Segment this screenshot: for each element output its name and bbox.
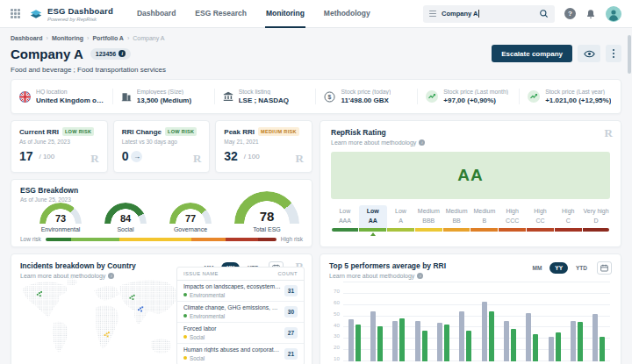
incident-cluster-eastern-europe[interactable] [133, 295, 135, 296]
bar-gray[interactable] [549, 337, 554, 361]
tab-monitoring[interactable]: Monitoring [265, 0, 305, 28]
bar-gray[interactable] [592, 314, 598, 361]
issue-row[interactable]: Climate change, GHG emissions, and gl...… [177, 302, 304, 323]
breadcrumb-item-portfolio-a[interactable]: Portfolio A [92, 35, 124, 41]
incident-cluster-north-america[interactable] [40, 291, 42, 293]
issue-row[interactable]: Impacts on landscapes, ecosystems an... … [177, 281, 304, 302]
incident-cluster-central-asia[interactable] [140, 310, 142, 312]
incident-cluster-north-america[interactable] [40, 295, 41, 296]
bar-green[interactable] [533, 334, 538, 361]
info-icon[interactable] [118, 50, 126, 57]
methodology-link[interactable]: Learn more about methodology [331, 139, 425, 146]
bar-gray[interactable] [459, 311, 464, 361]
rating-grade-aaa[interactable]: Low AAA [331, 205, 359, 232]
search-input[interactable]: Company A [423, 5, 555, 23]
bar-gray[interactable] [504, 321, 509, 361]
methodology-link[interactable]: Learn more about methodology [329, 273, 423, 279]
calendar-button[interactable] [597, 261, 612, 275]
bar-green[interactable] [466, 331, 471, 361]
incident-cluster-eastern-europe[interactable] [129, 297, 131, 299]
bar-green[interactable] [556, 332, 561, 361]
search-filter-icon[interactable] [429, 11, 436, 17]
scrollbar-thumb[interactable] [628, 35, 631, 74]
breadcrumb-item-monitoring[interactable]: Monitoring [52, 35, 83, 41]
bar-gray[interactable] [526, 313, 531, 361]
stat-label: Employees (Size) [137, 89, 191, 95]
rating-grade-d[interactable]: Very high D [582, 205, 610, 232]
rating-grade-a[interactable]: Low A [387, 205, 415, 232]
rri-card-title: RRI Change [122, 128, 162, 136]
issue-row[interactable]: Forced labor Social 27 [177, 323, 304, 344]
incident-cluster-eastern-europe[interactable] [132, 296, 133, 297]
risk-level-badge: LOW RISK [62, 127, 94, 136]
issue-row[interactable]: Human rights abuses and corporate co... … [177, 344, 304, 364]
incident-cluster-central-africa[interactable] [107, 336, 109, 338]
incident-cluster-central-asia[interactable] [138, 309, 140, 310]
rating-risk-label: Medium [414, 208, 442, 214]
bar-green[interactable] [489, 311, 494, 361]
stat-stock-listing: Stock listing LSE ; NASDAQ [214, 89, 316, 104]
more-options-button[interactable] [606, 45, 621, 62]
period-mm-button[interactable]: MM [527, 262, 547, 274]
rating-grade-label: BB [442, 218, 470, 224]
bar-green[interactable] [600, 337, 605, 361]
incident-cluster-central-africa[interactable] [108, 332, 110, 333]
bar-gray[interactable] [571, 321, 576, 361]
user-avatar[interactable] [606, 6, 621, 22]
bar-green[interactable] [377, 326, 383, 361]
rating-grade-b[interactable]: Medium B [470, 205, 499, 232]
rating-grade-aa[interactable]: Low AA [359, 205, 387, 232]
escalate-company-button[interactable]: Escalate company [492, 45, 572, 62]
y-axis-tick: 20 [329, 344, 340, 350]
incident-cluster-central-africa[interactable] [106, 332, 108, 334]
bar-green[interactable] [444, 325, 449, 361]
watch-button[interactable] [578, 45, 600, 62]
app-logo[interactable]: ESG Dashboard Powered by RepRisk [29, 6, 113, 22]
bar-gray[interactable] [348, 319, 354, 361]
rating-grade-bbb[interactable]: Medium BBB [414, 205, 442, 232]
rating-grade-cc[interactable]: High CC [527, 205, 555, 232]
bar-green[interactable] [356, 325, 361, 361]
bar-gray[interactable] [370, 311, 376, 361]
bar-green[interactable] [511, 329, 516, 361]
incident-cluster-north-america[interactable] [39, 292, 40, 294]
map-continents [22, 278, 177, 353]
rating-grade-label: CC [527, 218, 555, 224]
period-ytd-button[interactable]: YTD [571, 262, 592, 274]
trend-up-icon [426, 90, 438, 103]
bar-gray[interactable] [437, 323, 442, 361]
breadcrumb-item-dashboard[interactable]: Dashboard [11, 35, 43, 41]
rating-grade-bb[interactable]: Medium BB [442, 205, 470, 232]
issue-category: Social [183, 355, 281, 361]
bar-gray[interactable] [415, 321, 420, 361]
bar-gray[interactable] [482, 302, 487, 361]
company-id-badge[interactable]: 123456 [90, 48, 131, 60]
bar-green[interactable] [399, 318, 405, 361]
rating-risk-label: Low [359, 208, 387, 214]
bar-gray[interactable] [392, 321, 398, 361]
tab-methodology[interactable]: Methodology [323, 0, 371, 28]
bar-green[interactable] [578, 322, 583, 361]
incident-cluster-north-america[interactable] [37, 294, 39, 296]
search-icon[interactable] [539, 9, 549, 18]
tab-esg-research[interactable]: ESG Research [194, 0, 248, 28]
gauge-value: 78 [234, 209, 299, 224]
stat-label: Stock price (today) [341, 89, 391, 95]
rating-color-segment [527, 228, 554, 232]
incident-cluster-central-asia[interactable] [141, 306, 143, 308]
period-yy-button[interactable]: YY [549, 262, 568, 274]
bar-green[interactable] [422, 331, 427, 361]
rri-denominator: / 100 [39, 153, 54, 161]
breadcrumb-item-company-a[interactable]: Company A [133, 35, 164, 41]
incident-cluster-eastern-europe[interactable] [133, 298, 134, 300]
tab-dashboard[interactable]: Dashboard [136, 0, 176, 28]
reprisk-rating-card: RepRisk Rating Learn more about methodol… [320, 120, 621, 247]
help-icon[interactable] [564, 8, 576, 19]
rating-grade-c[interactable]: High C [554, 205, 582, 232]
top5-performers-card: Top 5 performers average by RRI Learn mo… [320, 253, 621, 364]
notifications-icon[interactable] [585, 9, 596, 19]
rating-grade-ccc[interactable]: High CCC [499, 205, 527, 232]
incident-cluster-central-africa[interactable] [104, 334, 106, 336]
incident-cluster-central-asia[interactable] [140, 308, 141, 310]
app-launcher-icon[interactable] [11, 9, 20, 18]
